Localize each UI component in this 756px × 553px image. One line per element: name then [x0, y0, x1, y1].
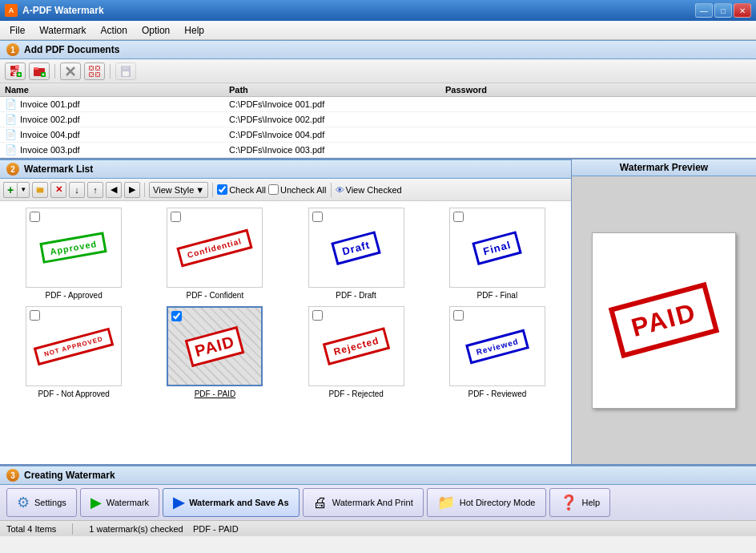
menu-option[interactable]: Option — [135, 23, 176, 38]
add-pdf-button[interactable]: PDF — [5, 63, 26, 80]
remove-watermark-button[interactable]: ✕ — [50, 182, 66, 198]
wm-checkbox-final[interactable] — [453, 212, 464, 222]
wm-toolbar-sep — [144, 183, 145, 197]
clear-icon — [88, 65, 101, 78]
app-icon: A — [5, 4, 18, 17]
save-list-button[interactable] — [115, 63, 136, 80]
pdf-icon: 📄 — [5, 144, 17, 155]
table-row[interactable]: 📄 Invoice 002.pdf C:\PDFs\Invoice 002.pd… — [0, 112, 756, 127]
title-bar: A A-PDF Watermark — □ ✕ — [0, 0, 756, 21]
hot-directory-button[interactable]: 📁 Hot Directory Mode — [427, 488, 546, 517]
import-button[interactable]: ◀ — [106, 182, 122, 198]
minimize-button[interactable]: — — [695, 3, 713, 18]
file-list-container: Name Path Password 📄 Invoice 001.pdf C:\… — [0, 83, 756, 159]
remove-icon — [64, 65, 77, 78]
stamp-paid: PAID — [185, 325, 245, 366]
settings-icon: ⚙ — [17, 494, 30, 511]
title-bar-controls: — □ ✕ — [695, 3, 751, 18]
section1-num: 1 — [6, 43, 19, 56]
add-folder-button[interactable] — [29, 63, 50, 80]
svg-rect-31 — [37, 187, 40, 188]
list-item[interactable]: Final PDF - Final — [430, 208, 565, 300]
close-button[interactable]: ✕ — [734, 3, 751, 18]
section1-header: 1 Add PDF Documents — [0, 40, 756, 59]
uncheck-all-checkbox[interactable] — [268, 184, 279, 195]
check-all-label[interactable]: Check All — [217, 184, 266, 195]
preview-header: Watermark Preview — [572, 159, 756, 176]
list-item[interactable]: Draft PDF - Draft — [289, 208, 424, 300]
maximize-button[interactable]: □ — [714, 3, 732, 18]
table-row[interactable]: 📄 Invoice 003.pdf C:\PDFs\Invoice 003.pd… — [0, 143, 756, 158]
check-all-checkbox[interactable] — [217, 184, 227, 195]
save-icon — [119, 65, 132, 78]
section2-num: 2 — [6, 163, 19, 176]
export-button[interactable]: ▶ — [124, 182, 140, 198]
wm-label-approved: PDF - Approved — [46, 291, 103, 300]
wm-label-paid: PDF - PAID — [195, 390, 235, 398]
wm-checkbox-reviewed[interactable] — [453, 310, 464, 321]
view-checked-label[interactable]: 👁 View Checked — [336, 185, 402, 195]
watermark-button[interactable]: ▶ Watermark — [80, 488, 159, 517]
wm-toolbar-sep2 — [212, 183, 213, 197]
clear-button[interactable] — [84, 63, 105, 80]
list-item[interactable]: Rejected PDF - Rejected — [289, 306, 424, 398]
wm-checkbox-confidential[interactable] — [171, 212, 181, 222]
move-up-button[interactable]: ↑ — [87, 182, 103, 198]
add-watermark-button[interactable]: + — [3, 182, 17, 198]
file-name: Invoice 003.pdf — [20, 145, 80, 155]
section1-title: Add PDF Documents — [24, 44, 119, 55]
table-row[interactable]: 📄 Invoice 004.pdf C:\PDFs\Invoice 004.pd… — [0, 127, 756, 143]
pdf-icon: 📄 — [5, 129, 17, 140]
list-item[interactable]: Reviewed PDF - Reviewed — [430, 306, 565, 398]
list-item[interactable]: Confidential PDF - Confident — [147, 208, 282, 300]
wm-toolbar: + ▼ ✕ ↓ ↑ ◀ ▶ View Style ▼ Check — [0, 179, 571, 201]
stamp-rejected: Rejected — [322, 327, 390, 365]
section3-title: Creating Watermark — [24, 470, 115, 481]
add-pdf-icon: PDF — [9, 65, 22, 78]
view-style-button[interactable]: View Style ▼ — [149, 182, 208, 198]
wm-label-confidential: PDF - Confident — [187, 291, 244, 300]
file-name-cell: 📄 Invoice 003.pdf — [5, 144, 229, 155]
menu-help[interactable]: Help — [178, 23, 211, 38]
wm-checkbox-rejected[interactable] — [312, 310, 323, 321]
uncheck-all-label[interactable]: Uncheck All — [268, 184, 326, 195]
menu-action[interactable]: Action — [94, 23, 134, 38]
add-watermark-dropdown[interactable]: ▼ — [17, 182, 30, 198]
help-button[interactable]: ❓ Help — [549, 488, 611, 517]
wm-checkbox-draft[interactable] — [312, 212, 323, 222]
watermark-print-button[interactable]: 🖨 Watermark And Print — [303, 488, 424, 517]
file-name-cell: 📄 Invoice 001.pdf — [5, 99, 229, 110]
list-item[interactable]: Approved PDF - Approved — [6, 208, 141, 300]
menu-file[interactable]: File — [3, 23, 31, 38]
wm-checkbox-notapproved[interactable] — [30, 310, 40, 321]
wm-checkbox-paid[interactable] — [171, 311, 182, 321]
preview-title: Watermark Preview — [620, 162, 708, 173]
section3-num: 3 — [6, 469, 19, 482]
watermark-list-panel: 2 Watermark List + ▼ ✕ ↓ ↑ ◀ ▶ View St — [0, 159, 572, 464]
move-down-button[interactable]: ↓ — [69, 182, 85, 198]
section2-header: 2 Watermark List — [0, 159, 571, 179]
wm-checkbox-approved[interactable] — [30, 212, 40, 222]
open-watermark-button[interactable] — [32, 182, 48, 198]
creating-section: 3 Creating Watermark ⚙ Settings ▶ Waterm… — [0, 464, 756, 520]
add-folder-icon — [33, 65, 46, 78]
table-row[interactable]: 📄 Invoice 001.pdf C:\PDFs\Invoice 001.pd… — [0, 97, 756, 112]
col-password: Password — [445, 85, 541, 95]
menu-watermark[interactable]: Watermark — [33, 23, 92, 38]
toolbar1: PDF — [0, 59, 756, 83]
svg-rect-29 — [123, 71, 129, 76]
col-extra — [541, 85, 751, 95]
wm-toolbar-sep3 — [331, 183, 332, 197]
pdf-icon: 📄 — [5, 99, 17, 110]
creating-toolbar: ⚙ Settings ▶ Watermark ▶ Watermark and S… — [0, 485, 756, 520]
col-path: Path — [229, 85, 445, 95]
remove-button[interactable] — [60, 63, 81, 80]
preview-area: PAID — [572, 176, 756, 464]
status-sep-1 — [72, 523, 73, 535]
list-item[interactable]: PAID PDF - PAID — [147, 306, 282, 398]
watermark-save-button[interactable]: ▶ Watermark and Save As — [163, 488, 300, 517]
settings-button[interactable]: ⚙ Settings — [6, 488, 77, 517]
view-style-label: View Style — [153, 185, 194, 195]
file-name: Invoice 002.pdf — [20, 115, 80, 124]
list-item[interactable]: NOT APPROVED PDF - Not Approved — [6, 306, 141, 398]
